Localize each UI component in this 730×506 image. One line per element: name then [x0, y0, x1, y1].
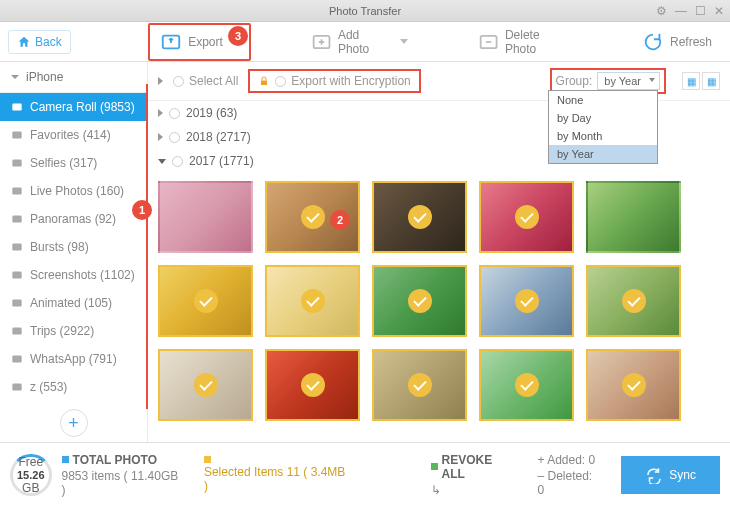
- sidebar: iPhone Camera Roll (9853)Favorites (414)…: [0, 62, 148, 442]
- group-value[interactable]: by Year: [597, 72, 660, 90]
- checkbox-icon: [169, 132, 180, 143]
- add-album-button[interactable]: +: [60, 409, 88, 437]
- year-label: 2018 (2717): [186, 130, 251, 144]
- check-icon: [515, 205, 539, 229]
- selected-line: Selected Items 11 ( 3.4MB ): [204, 465, 351, 493]
- photo-thumbnail[interactable]: [265, 349, 360, 421]
- minimize-icon[interactable]: —: [675, 4, 687, 18]
- view-toggle: ▦ ▦: [682, 72, 720, 90]
- check-icon: [408, 289, 432, 313]
- sidebar-item-heart[interactable]: Favorites (414): [0, 121, 147, 149]
- revoke-arrow[interactable]: ↳: [431, 483, 518, 497]
- footer: Free 15.26 GB TOTAL PHOTO 9853 items ( 1…: [0, 442, 730, 506]
- group-dropdown: Noneby Dayby Monthby Year: [548, 90, 658, 164]
- group-option[interactable]: by Year: [549, 145, 657, 163]
- export-encryption[interactable]: Export with Encryption: [248, 69, 420, 93]
- svg-rect-12: [12, 356, 21, 363]
- back-label: Back: [35, 35, 62, 49]
- revoke-label[interactable]: REVOKE ALL: [442, 453, 518, 481]
- view-grid-large[interactable]: ▦: [682, 72, 700, 90]
- encrypt-label: Export with Encryption: [291, 74, 410, 88]
- check-icon: [301, 373, 325, 397]
- photo-thumbnail[interactable]: [372, 349, 467, 421]
- added-count: Added: 0: [547, 453, 595, 467]
- refresh-icon: [642, 31, 664, 53]
- sidebar-item-anim[interactable]: Animated (105): [0, 289, 147, 317]
- sidebar-item-label: Animated (105): [30, 296, 112, 310]
- photo-thumbnail[interactable]: [372, 181, 467, 253]
- maximize-icon[interactable]: ☐: [695, 4, 706, 18]
- sidebar-item-wa[interactable]: WhatsApp (791): [0, 345, 147, 373]
- expand-icon[interactable]: [158, 77, 163, 85]
- group-option[interactable]: None: [549, 91, 657, 109]
- photo-thumbnail[interactable]: [158, 181, 253, 253]
- collapse-icon: [10, 72, 20, 82]
- delete-photo-label: Delete Photo: [505, 28, 572, 56]
- sidebar-item-label: Bursts (98): [30, 240, 89, 254]
- sidebar-item-label: Live Photos (160): [30, 184, 124, 198]
- photo-thumbnail[interactable]: [586, 349, 681, 421]
- sidebar-item-user[interactable]: z (553): [0, 373, 147, 401]
- sync-button[interactable]: Sync: [621, 456, 720, 494]
- close-icon[interactable]: ✕: [714, 4, 724, 18]
- check-icon: [408, 205, 432, 229]
- photo-thumbnail[interactable]: [479, 265, 574, 337]
- check-icon: [515, 373, 539, 397]
- check-icon: [622, 289, 646, 313]
- checkbox-icon: [169, 108, 180, 119]
- year-label: 2019 (63): [186, 106, 237, 120]
- pano-icon: [10, 212, 24, 226]
- photo-thumbnail[interactable]: [158, 265, 253, 337]
- sidebar-item-live[interactable]: Live Photos (160): [0, 177, 147, 205]
- heart-icon: [10, 128, 24, 142]
- live-icon: [10, 184, 24, 198]
- sidebar-item-label: z (553): [30, 380, 67, 394]
- thumbnail-grid: [148, 173, 730, 429]
- sidebar-item-person[interactable]: Selfies (317): [0, 149, 147, 177]
- sidebar-item-trips[interactable]: Trips (2922): [0, 317, 147, 345]
- add-photo-button[interactable]: Add Photo: [301, 22, 418, 62]
- svg-rect-11: [12, 328, 21, 335]
- delete-photo-button[interactable]: Delete Photo: [468, 22, 582, 62]
- photo-thumbnail[interactable]: [479, 181, 574, 253]
- sync-label: Sync: [669, 468, 696, 482]
- photo-thumbnail[interactable]: [586, 181, 681, 253]
- trips-icon: [10, 324, 24, 338]
- sidebar-item-camera[interactable]: Camera Roll (9853): [0, 93, 147, 121]
- toolbar: Back Export Add Photo Delete Photo Refre…: [0, 22, 730, 62]
- photo-thumbnail[interactable]: [479, 349, 574, 421]
- back-button[interactable]: Back: [8, 30, 71, 54]
- photo-thumbnail[interactable]: [158, 349, 253, 421]
- sidebar-item-burst[interactable]: Bursts (98): [0, 233, 147, 261]
- photo-thumbnail[interactable]: [372, 265, 467, 337]
- disk-indicator: Free 15.26 GB: [10, 454, 52, 496]
- check-icon: [301, 205, 325, 229]
- group-option[interactable]: by Day: [549, 109, 657, 127]
- app-title: Photo Transfer: [329, 5, 401, 17]
- annotation-badge-2: 2: [330, 210, 350, 230]
- settings-icon[interactable]: ⚙: [656, 4, 667, 18]
- view-grid-small[interactable]: ▦: [702, 72, 720, 90]
- svg-rect-14: [261, 81, 267, 86]
- annotation-badge-1: 1: [132, 200, 152, 220]
- camera-icon: [10, 100, 24, 114]
- select-all[interactable]: Select All: [173, 74, 238, 88]
- refresh-button[interactable]: Refresh: [632, 25, 722, 59]
- photo-thumbnail[interactable]: [265, 265, 360, 337]
- expand-icon: [158, 133, 163, 141]
- titlebar: Photo Transfer ⚙ — ☐ ✕: [0, 0, 730, 22]
- device-header[interactable]: iPhone: [0, 62, 147, 93]
- sync-icon: [645, 466, 663, 484]
- sidebar-item-pano[interactable]: Panoramas (92): [0, 205, 147, 233]
- checkbox-icon: [275, 76, 286, 87]
- svg-rect-5: [12, 160, 21, 167]
- sidebar-item-screen[interactable]: Screenshots (1102): [0, 261, 147, 289]
- photo-thumbnail[interactable]: [586, 265, 681, 337]
- select-all-label: Select All: [189, 74, 238, 88]
- checkbox-icon: [172, 156, 183, 167]
- sidebar-item-label: Panoramas (92): [30, 212, 116, 226]
- group-option[interactable]: by Month: [549, 127, 657, 145]
- main-panel: Select All Export with Encryption Group:…: [148, 62, 730, 442]
- svg-rect-4: [12, 132, 21, 139]
- refresh-label: Refresh: [670, 35, 712, 49]
